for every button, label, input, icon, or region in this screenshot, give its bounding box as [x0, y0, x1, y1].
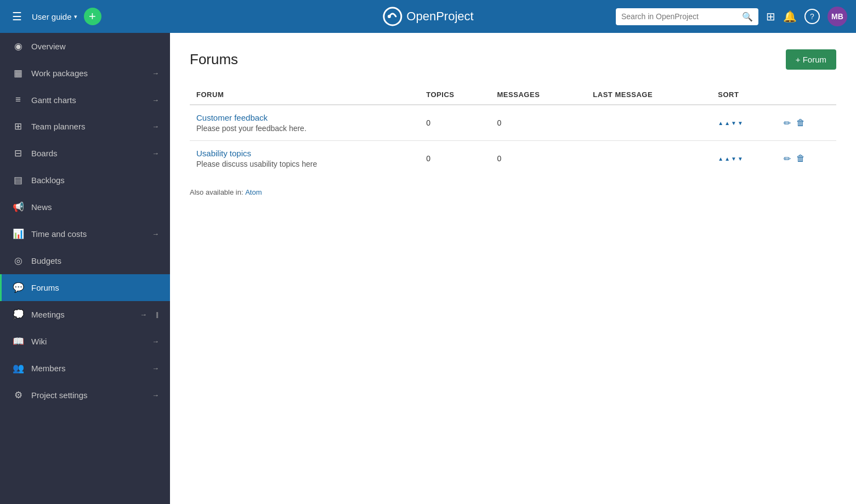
sidebar-label-members: Members [31, 364, 144, 373]
sidebar-label-meetings: Meetings [31, 310, 132, 319]
delete-forum-icon[interactable]: 🗑 [796, 118, 805, 128]
sidebar-item-meetings[interactable]: 💭 Meetings → ‖ [0, 301, 170, 328]
sidebar-item-budgets[interactable]: ◎ Budgets [0, 247, 170, 274]
forum-info: Usability topics Please discuss usabilit… [190, 141, 420, 177]
forum-messages: 0 [490, 141, 586, 177]
bell-icon[interactable]: 🔔 [783, 10, 797, 23]
budgets-icon: ◎ [13, 255, 24, 267]
wiki-icon: 📖 [13, 336, 24, 347]
hamburger-icon[interactable]: ☰ [9, 7, 25, 26]
top-navigation: ☰ User guide ▾ + OpenProject 🔍 ⊞ 🔔 ? MB [0, 0, 856, 33]
forum-name-link[interactable]: Usability topics [196, 149, 251, 158]
nav-left: ☰ User guide ▾ + [9, 7, 101, 26]
sidebar-item-news[interactable]: 📢 News [0, 194, 170, 220]
time-costs-icon: 📊 [13, 228, 24, 240]
logo-icon [382, 7, 402, 26]
logo: OpenProject [382, 7, 473, 26]
sidebar-item-gantt[interactable]: ≡ Gantt charts → [0, 87, 170, 113]
forum-last-message [586, 141, 711, 177]
atom-link[interactable]: Atom [245, 188, 262, 196]
sort-down-icon[interactable]: ▼ [731, 156, 736, 162]
sidebar-item-overview[interactable]: ◉ Overview [0, 33, 170, 60]
sidebar-item-project-settings[interactable]: ⚙ Project settings → [0, 382, 170, 409]
sidebar-resize-indicator: ‖ [156, 311, 159, 318]
backlogs-icon: ▤ [13, 174, 24, 186]
forum-sort: ▲ ▲ ▼ ▼ [711, 141, 777, 177]
chevron-down-icon: ▾ [74, 13, 77, 20]
main-content: Forums + Forum FORUM TOPICS MESSAGES LAS… [170, 33, 856, 504]
sort-up-top-icon[interactable]: ▲ [718, 120, 723, 126]
grid-icon[interactable]: ⊞ [766, 10, 775, 23]
sort-down-bottom-icon[interactable]: ▼ [738, 120, 743, 126]
sidebar-item-time-and-costs[interactable]: 📊 Time and costs → [0, 220, 170, 247]
help-icon[interactable]: ? [804, 9, 820, 24]
forum-last-message [586, 105, 711, 141]
forum-topics: 0 [420, 105, 490, 141]
atom-availability: Also available in: Atom [190, 183, 836, 196]
sidebar-label-team-planners: Team planners [31, 122, 144, 131]
work-packages-icon: ▦ [13, 67, 24, 79]
project-label: User guide [32, 12, 72, 21]
arrow-icon: → [152, 96, 159, 104]
arrow-icon: → [152, 230, 159, 238]
forums-table: FORUM TOPICS MESSAGES LAST MESSAGE SORT … [190, 85, 836, 176]
svg-point-1 [387, 15, 390, 18]
sidebar-item-forums[interactable]: 💬 Forums [0, 274, 170, 301]
forum-description: Please post your feedback here. [196, 124, 413, 133]
sidebar-item-backlogs[interactable]: ▤ Backlogs [0, 167, 170, 194]
search-input[interactable] [621, 12, 738, 21]
sort-down-icon[interactable]: ▼ [731, 120, 736, 126]
forum-info: Customer feedback Please post your feedb… [190, 105, 420, 141]
forum-description: Please discuss usability topics here [196, 160, 413, 168]
add-project-button[interactable]: + [84, 8, 101, 25]
gantt-icon: ≡ [13, 94, 24, 105]
project-selector[interactable]: User guide ▾ [32, 12, 77, 21]
table-row: Customer feedback Please post your feedb… [190, 105, 836, 141]
sort-up-icon[interactable]: ▲ [724, 120, 730, 126]
sidebar-item-boards[interactable]: ⊟ Boards → [0, 140, 170, 167]
forum-sort: ▲ ▲ ▼ ▼ [711, 105, 777, 141]
forum-topics: 0 [420, 141, 490, 177]
arrow-icon: → [152, 69, 159, 77]
avatar[interactable]: MB [827, 7, 847, 26]
search-icon: 🔍 [742, 12, 753, 22]
add-forum-button[interactable]: + Forum [786, 49, 836, 70]
boards-icon: ⊟ [13, 148, 24, 159]
sidebar-label-forums: Forums [31, 283, 159, 292]
arrow-icon: → [152, 391, 159, 399]
meetings-icon: 💭 [13, 309, 24, 320]
edit-forum-icon[interactable]: ✏ [784, 118, 791, 128]
col-messages: MESSAGES [490, 85, 586, 105]
sidebar-item-members[interactable]: 👥 Members → [0, 355, 170, 382]
forum-name-link[interactable]: Customer feedback [196, 113, 268, 122]
svg-point-0 [383, 8, 401, 25]
sidebar-label-boards: Boards [31, 149, 144, 158]
search-box[interactable]: 🔍 [616, 8, 758, 25]
members-icon: 👥 [13, 363, 24, 374]
col-forum: FORUM [190, 85, 420, 105]
arrow-icon: → [152, 364, 159, 372]
sidebar-item-wiki[interactable]: 📖 Wiki → [0, 328, 170, 355]
sort-down-bottom-icon[interactable]: ▼ [738, 156, 743, 162]
arrow-icon: → [152, 149, 159, 157]
sidebar-label-backlogs: Backlogs [31, 175, 159, 185]
page-layout: ◉ Overview ▦ Work packages → ≡ Gantt cha… [0, 33, 856, 504]
sidebar-item-work-packages[interactable]: ▦ Work packages → [0, 60, 170, 87]
col-last-message: LAST MESSAGE [586, 85, 711, 105]
project-settings-icon: ⚙ [13, 389, 24, 401]
col-actions [777, 85, 836, 105]
news-icon: 📢 [13, 201, 24, 213]
delete-forum-icon[interactable]: 🗑 [796, 154, 805, 163]
page-header: Forums + Forum [190, 49, 836, 70]
sort-up-icon[interactable]: ▲ [724, 156, 730, 162]
forums-icon: 💬 [13, 282, 24, 293]
edit-forum-icon[interactable]: ✏ [784, 154, 791, 164]
sort-up-top-icon[interactable]: ▲ [718, 156, 723, 162]
nav-right: 🔍 ⊞ 🔔 ? MB [616, 7, 847, 26]
sidebar-label-work-packages: Work packages [31, 69, 144, 78]
sidebar-label-gantt: Gantt charts [31, 95, 144, 105]
sidebar-resize-handle[interactable] [168, 274, 170, 301]
table-row: Usability topics Please discuss usabilit… [190, 141, 836, 177]
overview-icon: ◉ [13, 41, 24, 52]
sidebar-item-team-planners[interactable]: ⊞ Team planners → [0, 113, 170, 140]
